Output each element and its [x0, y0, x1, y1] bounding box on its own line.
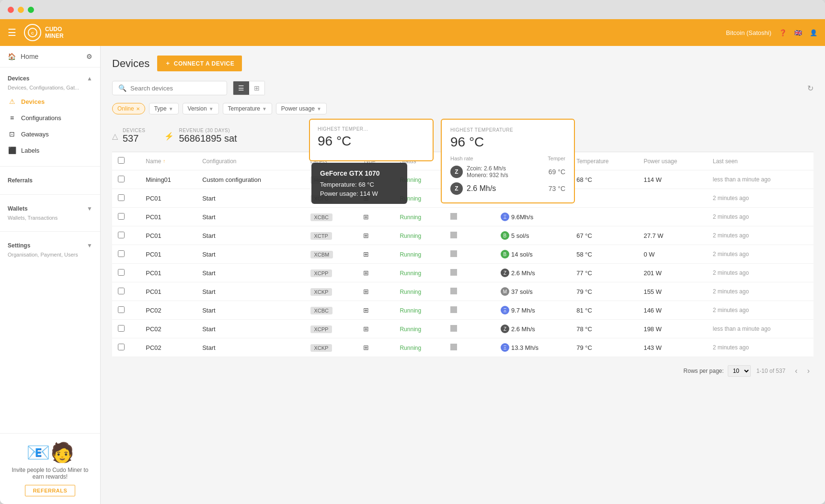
table-row: PC01 Start XCPP ⊞ Running Z 2.6 Mh/s 77 …: [112, 264, 814, 282]
list-view-button[interactable]: ☰: [233, 81, 249, 95]
select-all-checkbox[interactable]: [118, 157, 125, 164]
row-temp-0: 68 °C: [571, 170, 638, 189]
row-checkbox-5[interactable]: [118, 269, 125, 276]
row-label-9: XCKP: [305, 338, 357, 357]
row-checkbox-0[interactable]: [118, 176, 125, 182]
connect-device-label: CONNECT A DEVICE: [174, 60, 234, 67]
app-body: 🏠 Home ⚙ Devices ▲ Devices, Configuratio…: [0, 46, 825, 504]
row-checkbox-6[interactable]: [118, 288, 125, 294]
row-hashrate-3: B 5 sol/s: [495, 226, 571, 245]
user-icon[interactable]: 👤: [810, 29, 817, 36]
sidebar-item-configurations-label: Configurations: [21, 114, 61, 122]
rows-select[interactable]: 10 25 50: [728, 365, 751, 377]
search-box: 🔍: [112, 81, 227, 95]
referrals-section-header[interactable]: Referrals: [0, 174, 100, 187]
row-checkbox-8[interactable]: [118, 325, 125, 332]
filter-version[interactable]: Version ▼: [183, 103, 219, 114]
filter-online-label: Online: [117, 105, 134, 112]
row-hashrate-7: Ξ 9.7 Mh/s: [495, 301, 571, 320]
row-config-9: Start: [196, 338, 304, 357]
row-power-1: [638, 189, 707, 208]
os-icon-5: ⊞: [363, 269, 369, 277]
settings-section-header[interactable]: Settings ▼: [0, 239, 100, 252]
row-workers-1: [445, 189, 495, 208]
sidebar: 🏠 Home ⚙ Devices ▲ Devices, Configuratio…: [0, 46, 101, 504]
row-lastseen-0: less than a minute ago: [707, 170, 814, 189]
configuration-header: Configuration: [196, 152, 304, 170]
connect-device-button[interactable]: ＋ CONNECT A DEVICE: [157, 56, 242, 71]
row-workers-0: [445, 170, 495, 189]
sidebar-item-configurations[interactable]: ≡ Configurations: [0, 110, 100, 126]
coin-icon-4: B: [501, 250, 509, 258]
sidebar-item-gateways[interactable]: ⊡ Gateways: [0, 126, 100, 142]
pagination-range: 1-10 of 537: [756, 368, 786, 374]
devices-stat-icon: △: [112, 132, 118, 141]
refresh-icon[interactable]: ↻: [807, 84, 814, 93]
filter-temperature[interactable]: Temperature ▼: [223, 103, 272, 114]
minimize-button[interactable]: [18, 7, 24, 13]
power-header: Power usage: [638, 152, 707, 170]
row-checkbox-2[interactable]: [118, 213, 125, 220]
row-label-6: XCKP: [305, 282, 357, 301]
sidebar-item-devices[interactable]: ⚠ Devices: [0, 93, 100, 110]
row-config-6: Start: [196, 282, 304, 301]
language-icon[interactable]: 🇬🇧: [794, 29, 802, 36]
row-lastseen-8: less than a minute ago: [707, 320, 814, 338]
settings-icon[interactable]: ⚙: [86, 53, 92, 60]
grid-view-button[interactable]: ⊞: [249, 81, 264, 95]
row-checkbox-9[interactable]: [118, 344, 125, 350]
os-icon-7: ⊞: [363, 306, 369, 314]
row-checkbox-4[interactable]: [118, 250, 125, 257]
filters-bar: Online ✕ Type ▼ Version ▼ Temperature ▼ …: [112, 103, 814, 114]
row-power-5: 201 W: [638, 264, 707, 282]
sidebar-item-home[interactable]: 🏠 Home ⚙: [0, 46, 100, 67]
row-workers-6: [445, 282, 495, 301]
revenue-stat-icon: ⚡: [164, 132, 174, 141]
gateways-icon: ⊡: [8, 130, 16, 138]
row-status-1: Running: [394, 189, 444, 208]
wallets-section-header[interactable]: Wallets ▼: [0, 202, 100, 215]
filter-type-label: Type: [154, 105, 167, 112]
settings-title: Settings: [8, 242, 30, 249]
prev-page-button[interactable]: ‹: [791, 365, 801, 377]
row-checkbox-1[interactable]: [118, 194, 125, 201]
row-lastseen-5: 2 minutes ago: [707, 264, 814, 282]
stat-devices: △ DEVICES 537: [112, 128, 145, 144]
row-power-8: 198 W: [638, 320, 707, 338]
devices-section-header[interactable]: Devices ▲: [0, 72, 100, 85]
filter-version-arrow-icon: ▼: [209, 106, 214, 112]
hashrate-header: Hash rate: [495, 152, 571, 170]
coin-icon-0: ☺: [501, 175, 509, 184]
devices-section-subtitle: Devices, Configurations, Gat...: [0, 85, 100, 93]
devices-table: Name↑ Configuration Labels Type Status W…: [112, 152, 814, 357]
menu-toggle-icon[interactable]: ☰: [8, 27, 16, 38]
row-checkbox-7[interactable]: [118, 306, 125, 313]
devices-icon: ⚠: [8, 98, 16, 105]
sidebar-divider-1: [0, 166, 100, 167]
referral-illustration: 📧🧑: [8, 441, 92, 464]
row-name-6: PC01: [140, 282, 196, 301]
help-icon[interactable]: ❓: [779, 29, 787, 36]
maximize-button[interactable]: [28, 7, 34, 13]
row-checkbox-3[interactable]: [118, 232, 125, 238]
filter-power-usage[interactable]: Power usage ▼: [276, 103, 327, 114]
plus-icon: ＋: [165, 59, 171, 67]
table-row: PC02 Start XCBC ⊞ Running Ξ 9.7 Mh/s 81 …: [112, 301, 814, 320]
referrals-button[interactable]: REFERRALS: [25, 485, 76, 496]
filter-online[interactable]: Online ✕: [112, 103, 145, 114]
coin-icon-9: Ξ: [501, 343, 509, 352]
wallets-section: Wallets ▼ Wallets, Transactions: [0, 198, 100, 228]
row-type-2: ⊞: [357, 208, 394, 226]
search-input[interactable]: [130, 85, 221, 92]
coin-icon-5: Z: [501, 269, 509, 277]
sidebar-item-labels[interactable]: ⬛ Labels: [0, 142, 100, 158]
row-label-0: Home: [305, 170, 357, 189]
settings-expand-icon: ▼: [87, 242, 92, 249]
close-button[interactable]: [8, 7, 14, 13]
filter-type[interactable]: Type ▼: [149, 103, 179, 114]
row-name-5: PC01: [140, 264, 196, 282]
filter-online-close-icon[interactable]: ✕: [136, 106, 140, 112]
next-page-button[interactable]: ›: [803, 365, 814, 377]
name-header[interactable]: Name↑: [146, 158, 191, 165]
labels-header: Labels: [305, 152, 357, 170]
